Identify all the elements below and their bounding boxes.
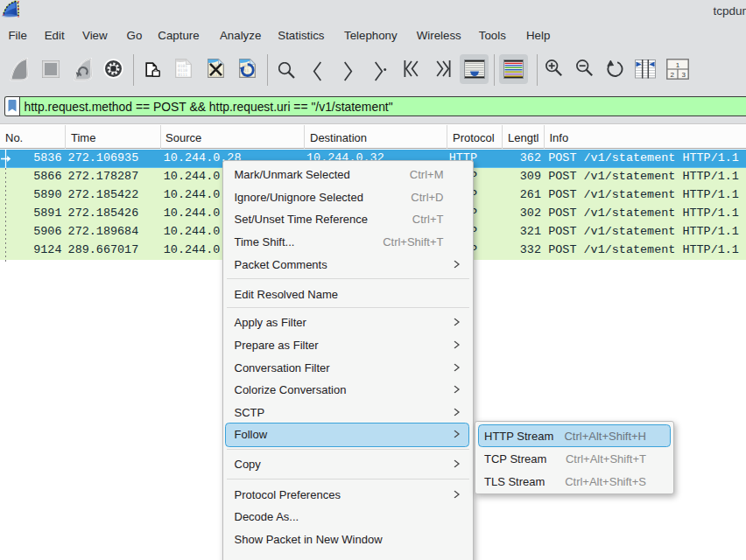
svg-text:1: 1: [675, 60, 679, 68]
svg-text:3: 3: [681, 70, 686, 78]
svg-text:0111: 0111: [178, 73, 187, 77]
svg-text:2: 2: [670, 70, 674, 78]
